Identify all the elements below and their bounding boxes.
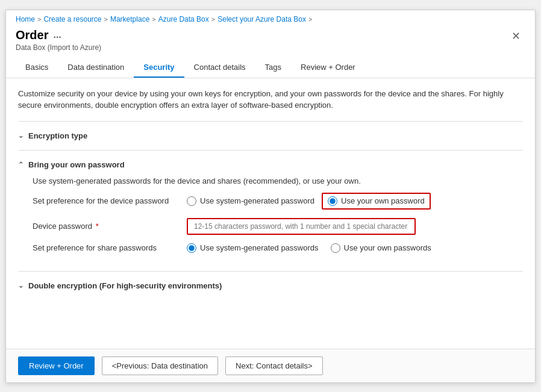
radio-own-password-highlighted: Use your own password xyxy=(322,193,431,210)
section-encryption-header[interactable]: ⌄ Encryption type xyxy=(18,129,523,143)
breadcrumb-sep-3: > xyxy=(152,16,155,23)
label-share-password-pref: Set preference for share passwords xyxy=(33,243,177,252)
radio-own-passwords[interactable]: Use your own passwords xyxy=(331,243,431,253)
radio-own-password-label: Use your own password xyxy=(341,196,425,205)
breadcrumb-sep-1: > xyxy=(37,16,41,23)
label-device-password: Device password * xyxy=(33,222,177,231)
tab-security[interactable]: Security xyxy=(134,58,184,78)
form-row-device-password: Device password * xyxy=(33,218,508,235)
breadcrumb-azure-data-box[interactable]: Azure Data Box xyxy=(158,15,209,23)
radio-system-generated-password-input[interactable] xyxy=(187,196,196,206)
main-content: Customize security on your device by usi… xyxy=(6,78,535,349)
radio-own-passwords-input[interactable] xyxy=(331,243,340,253)
section-double-encryption: ⌄ Double encryption (For high-security e… xyxy=(18,271,523,300)
section-password-header[interactable]: ⌃ Bring your own password xyxy=(18,158,523,172)
radio-own-password-input[interactable] xyxy=(328,196,337,206)
chevron-down-icon-2: ⌄ xyxy=(18,282,23,290)
window-header: Order ... Data Box (Import to Azure) ✕ xyxy=(6,26,535,54)
next-button[interactable]: Next: Contact details> xyxy=(225,356,323,375)
section-password: ⌃ Bring your own password Use system-gen… xyxy=(18,150,523,271)
radio-own-password[interactable]: Use your own password xyxy=(328,196,425,206)
tab-review-order[interactable]: Review + Order xyxy=(291,58,365,78)
chevron-down-icon: ⌄ xyxy=(18,132,23,140)
breadcrumb-home[interactable]: Home xyxy=(16,15,35,23)
section-double-encryption-header[interactable]: ⌄ Double encryption (For high-security e… xyxy=(18,279,523,293)
breadcrumb: Home > Create a resource > Marketplace >… xyxy=(6,10,535,26)
breadcrumb-create-resource[interactable]: Create a resource xyxy=(43,15,101,23)
radio-system-generated-password[interactable]: Use system-generated password xyxy=(187,196,314,206)
section-password-desc: Use system-generated passwords for the d… xyxy=(33,176,508,185)
chevron-up-icon: ⌃ xyxy=(18,161,23,169)
radio-system-generated-passwords[interactable]: Use system-generated passwords xyxy=(187,243,319,253)
tab-contact-details[interactable]: Contact details xyxy=(184,58,255,78)
breadcrumb-sep-4: > xyxy=(211,16,215,23)
radio-system-generated-password-label: Use system-generated password xyxy=(200,196,314,205)
tab-basics[interactable]: Basics xyxy=(16,58,58,78)
window-title-row: Order ... xyxy=(16,28,101,42)
title-block: Order ... Data Box (Import to Azure) xyxy=(16,28,101,52)
close-button[interactable]: ✕ xyxy=(507,28,525,44)
section-double-encryption-title: Double encryption (For high-security env… xyxy=(28,281,222,290)
breadcrumb-sep-5: > xyxy=(308,16,312,23)
form-row-share-password-pref: Set preference for share passwords Use s… xyxy=(33,243,508,253)
section-encryption-title: Encryption type xyxy=(28,131,87,140)
review-order-button[interactable]: Review + Order xyxy=(18,356,95,375)
device-password-input[interactable] xyxy=(187,218,416,235)
breadcrumb-select-data-box[interactable]: Select your Azure Data Box xyxy=(217,15,306,23)
section-encryption: ⌄ Encryption type xyxy=(18,121,523,150)
required-marker: * xyxy=(96,222,99,231)
breadcrumb-marketplace[interactable]: Marketplace xyxy=(110,15,149,23)
breadcrumb-sep-2: > xyxy=(104,16,108,23)
share-password-radio-group: Use system-generated passwords Use your … xyxy=(187,243,431,253)
radio-system-generated-passwords-label: Use system-generated passwords xyxy=(200,243,319,252)
section-password-title: Bring your own password xyxy=(28,160,125,169)
label-device-password-pref: Set preference for the device password xyxy=(33,196,177,205)
page-description: Customize security on your device by usi… xyxy=(18,88,512,111)
radio-system-generated-passwords-input[interactable] xyxy=(187,243,196,253)
tab-data-destination[interactable]: Data destination xyxy=(58,58,134,78)
footer-actions: Review + Order <Previous: Data destinati… xyxy=(6,349,535,382)
tab-bar: Basics Data destination Security Contact… xyxy=(6,58,535,78)
radio-own-passwords-label: Use your own passwords xyxy=(344,243,431,252)
prev-button[interactable]: <Previous: Data destination xyxy=(102,356,218,375)
more-options-button[interactable]: ... xyxy=(53,30,61,40)
section-password-body: Use system-generated passwords for the d… xyxy=(18,172,523,264)
azure-portal-window: Home > Create a resource > Marketplace >… xyxy=(5,10,536,383)
form-row-device-password-pref: Set preference for the device password U… xyxy=(33,193,508,210)
page-title: Order xyxy=(16,28,48,42)
page-subtitle: Data Box (Import to Azure) xyxy=(16,43,101,52)
tab-tags[interactable]: Tags xyxy=(255,58,291,78)
